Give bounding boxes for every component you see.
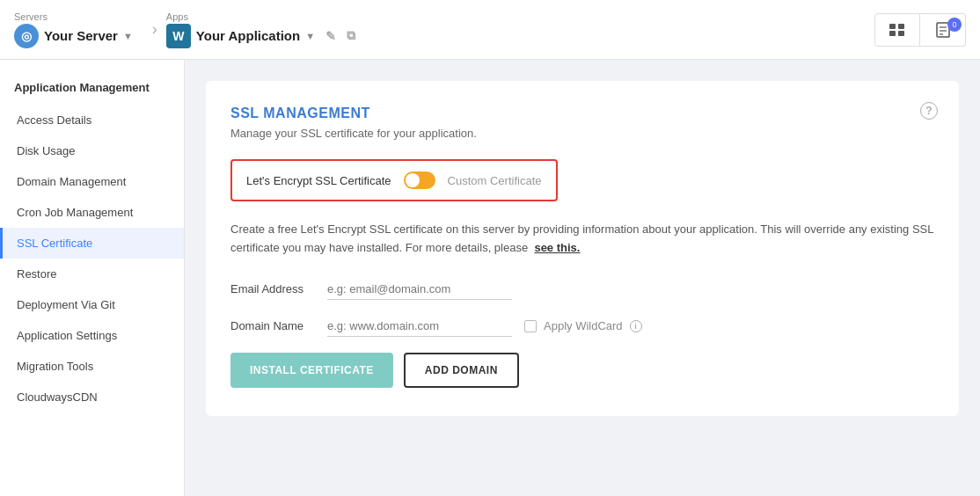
domain-input[interactable] (327, 316, 512, 337)
wildcard-info-icon[interactable]: i (630, 320, 642, 332)
app-icon: W (166, 24, 191, 48)
svg-rect-1 (898, 24, 904, 29)
email-label: Email Address (230, 282, 327, 295)
sidebar-section-title: Application Management (0, 74, 184, 105)
svg-rect-2 (889, 31, 896, 36)
sidebar: Application Management Access Details Di… (0, 60, 185, 496)
app-chevron-icon: ▼ (305, 31, 315, 41)
server-icon: ◎ (14, 24, 39, 48)
breadcrumb-arrow: › (152, 20, 157, 39)
wildcard-row: Apply WildCard i (524, 319, 642, 332)
sidebar-item-domain-management[interactable]: Domain Management (0, 166, 184, 197)
email-input[interactable] (327, 279, 512, 300)
lets-encrypt-label: Let's Encrypt SSL Certificate (246, 174, 391, 187)
add-domain-button[interactable]: ADD DOMAIN (404, 353, 519, 388)
domain-label: Domain Name (230, 319, 327, 332)
nav-icons-right: 0 (874, 13, 966, 47)
wildcard-checkbox[interactable] (524, 320, 537, 332)
svg-rect-0 (889, 24, 896, 29)
content-title: SSL MANAGEMENT (230, 106, 934, 121)
see-this-link[interactable]: see this. (534, 241, 580, 254)
external-link-icon[interactable]: ⧉ (347, 28, 355, 43)
servers-grid-icon (889, 24, 905, 36)
ssl-toggle-row: Let's Encrypt SSL Certificate Custom Cer… (230, 159, 558, 201)
sidebar-item-access-details[interactable]: Access Details (0, 105, 184, 135)
help-icon[interactable]: ? (920, 102, 938, 120)
svg-rect-3 (898, 31, 904, 36)
content-subtitle: Manage your SSL certificate for your app… (230, 127, 934, 140)
toggle-track (404, 171, 435, 189)
custom-certificate-label: Custom Certificate (448, 174, 542, 187)
app-name: Your Application (196, 28, 300, 43)
top-nav: Servers ◎ Your Server ▼ › Apps W Your Ap… (0, 0, 980, 60)
toggle-thumb (406, 173, 420, 187)
server-chevron-icon: ▼ (123, 31, 133, 41)
description-text: Create a free Let's Encrypt SSL certific… (230, 221, 934, 258)
sidebar-item-cron-job-management[interactable]: Cron Job Management (0, 197, 184, 228)
email-form-row: Email Address (230, 279, 934, 300)
wildcard-label: Apply WildCard (544, 319, 623, 332)
main-layout: Application Management Access Details Di… (0, 60, 980, 496)
apps-section: Apps W Your Application ▼ ✎ ⧉ (166, 11, 355, 48)
ssl-toggle-switch[interactable] (404, 171, 435, 189)
servers-section: Servers ◎ Your Server ▼ (14, 11, 133, 48)
sidebar-item-deployment-via-git[interactable]: Deployment Via Git (0, 289, 184, 320)
sidebar-item-restore[interactable]: Restore (0, 259, 184, 289)
edit-icon[interactable]: ✎ (325, 29, 336, 43)
files-button[interactable]: 0 (920, 13, 966, 47)
sidebar-item-application-settings[interactable]: Application Settings (0, 320, 184, 351)
servers-label: Servers (14, 11, 133, 22)
files-badge: 0 (947, 18, 962, 32)
ssl-management-card: SSL MANAGEMENT Manage your SSL certifica… (206, 81, 959, 416)
action-buttons: INSTALL CERTIFICATE ADD DOMAIN (230, 353, 934, 388)
apps-label: Apps (166, 11, 355, 22)
sidebar-item-ssl-certificate[interactable]: SSL Certificate (0, 228, 184, 259)
content-area: SSL MANAGEMENT Manage your SSL certifica… (185, 60, 980, 496)
servers-view-button[interactable] (874, 13, 920, 47)
app-selector[interactable]: W Your Application ▼ ✎ ⧉ (166, 24, 355, 48)
domain-form-row: Domain Name Apply WildCard i (230, 316, 934, 337)
sidebar-item-cloudways-cdn[interactable]: CloudwaysCDN (0, 382, 184, 412)
sidebar-item-disk-usage[interactable]: Disk Usage (0, 135, 184, 166)
server-selector[interactable]: ◎ Your Server ▼ (14, 24, 133, 48)
install-certificate-button[interactable]: INSTALL CERTIFICATE (230, 353, 393, 388)
sidebar-item-migration-tools[interactable]: Migration Tools (0, 351, 184, 382)
server-name: Your Server (44, 28, 118, 43)
